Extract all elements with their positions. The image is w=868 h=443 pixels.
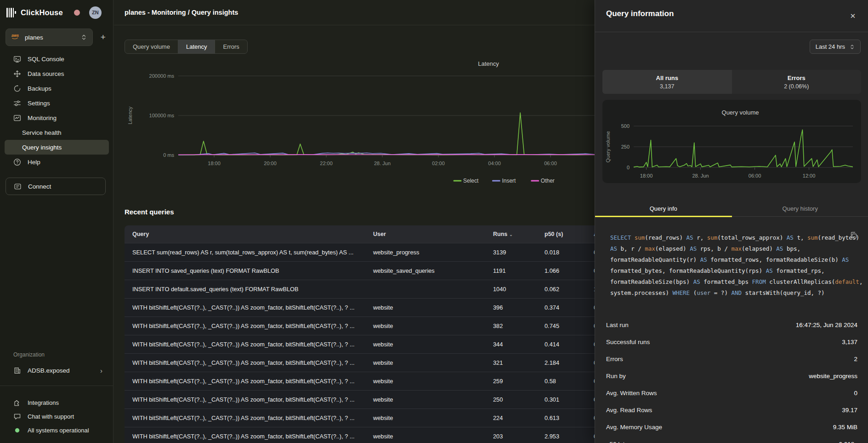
stat-row-p50-latency: p50 latency0.018s [606, 436, 857, 443]
sidebar-item-chat-with-support[interactable]: Chat with support [5, 409, 109, 423]
time-range-select[interactable]: Last 24 hrs [810, 40, 861, 54]
connect-label: Connect [28, 183, 51, 190]
close-icon[interactable]: ✕ [847, 10, 859, 22]
runs-cell: 1040 [485, 280, 537, 298]
runs-cell: 382 [485, 316, 537, 335]
legend-item-insert[interactable]: Insert [493, 178, 516, 184]
sql-line: formatReadableQuantity(r) AS formatted_r… [610, 254, 858, 265]
svg-text:28. Jun: 28. Jun [692, 173, 709, 178]
chevron-updown-icon [81, 34, 87, 40]
user-cell: website_progress [365, 243, 485, 261]
query-text: INSERT INTO default.saved_queries (text)… [125, 280, 365, 298]
p50-cell: 0.414 [537, 335, 586, 353]
stat-value: 0 [854, 390, 857, 397]
runs-cell: 259 [485, 372, 537, 390]
svg-text:Query volume: Query volume [722, 109, 759, 116]
tab-latency[interactable]: Latency [178, 40, 216, 53]
user-cell: website [365, 408, 485, 427]
sidebar-item-label: Query insights [22, 144, 62, 151]
sidebar-item-integrations[interactable]: Integrations [5, 396, 109, 409]
sidebar-divider [0, 385, 113, 386]
svg-text:0: 0 [627, 165, 630, 170]
query-row[interactable]: WITH bitShiftLeft(CAST(?..), _CAST(?..))… [125, 408, 623, 427]
add-service-button[interactable]: + [97, 32, 108, 42]
query-row[interactable]: WITH bitShiftLeft(CAST(?..), _CAST(?..))… [125, 298, 623, 316]
sidebar-footer: IntegrationsChat with supportAll systems… [5, 396, 109, 437]
copy-icon[interactable] [850, 231, 858, 240]
stat-value: 16:47:25, Jun 28 2024 [796, 322, 857, 328]
svg-text:12:00: 12:00 [803, 173, 816, 178]
query-row[interactable]: INSERT INTO saved_queries (text) FORMAT … [125, 261, 623, 280]
query-text: WITH bitShiftLeft(CAST(?..), _CAST(?..))… [125, 427, 365, 443]
sidebar-item-all-systems-operational[interactable]: All systems operational [5, 423, 109, 437]
p50-cell: 0.58 [537, 372, 586, 390]
runs-tabs: All runs 3,137 Errors 2 (0.06%) [602, 70, 861, 94]
sidebar-item-settings[interactable]: Settings [5, 96, 109, 110]
column-header-query: Query [125, 225, 365, 243]
sql-line: SELECT sum(read_rows) AS r, sum(total_ro… [610, 232, 858, 243]
svg-text:250: 250 [621, 144, 630, 150]
sidebar-item-help[interactable]: Help [5, 155, 109, 169]
sql-line: formatted_bytes, formatReadableQuantity(… [610, 265, 858, 276]
sql-code-block: SELECT sum(read_rows) AS r, sum(total_ro… [610, 229, 858, 299]
query-text: WITH bitShiftLeft(CAST(?..), _CAST(?..))… [125, 390, 365, 408]
sidebar-item-sql-console[interactable]: SQL Console [5, 52, 109, 66]
legend-item-select[interactable]: Select [454, 178, 479, 184]
svg-text:06:00: 06:00 [544, 161, 557, 166]
p50-cell: 0.062 [537, 280, 586, 298]
sql-line: system.processes) WHERE (user = ?) AND s… [610, 288, 858, 299]
query-row[interactable]: WITH bitShiftLeft(CAST(?..), _CAST(?..))… [125, 427, 623, 443]
p50-cell: 0.613 [537, 408, 586, 427]
query-row[interactable]: SELECT sum(read_rows) AS r, sum(total_ro… [125, 243, 623, 261]
brand-row: ClickHouse ZN [6, 6, 108, 19]
sidebar-item-data-sources[interactable]: Data sources [5, 66, 109, 81]
query-row[interactable]: WITH bitShiftLeft(CAST(?..), _CAST(?..))… [125, 353, 623, 372]
query-text: WITH bitShiftLeft(CAST(?..), _CAST(?..))… [125, 298, 365, 316]
svg-text:28. Jun: 28. Jun [374, 161, 391, 166]
query-row[interactable]: INSERT INTO default.saved_queries (text)… [125, 280, 623, 298]
runs-cell: 224 [485, 408, 537, 427]
query-row[interactable]: WITH bitShiftLeft(CAST(?..), _CAST(?..))… [125, 390, 623, 408]
sidebar-item-monitoring[interactable]: Monitoring [5, 110, 109, 125]
stat-value: 0.018s [839, 441, 857, 443]
time-range-value: Last 24 hrs [816, 43, 845, 50]
stat-label: Run by [606, 373, 626, 380]
stat-label: Avg. Read Rows [606, 407, 652, 414]
svg-text:18:00: 18:00 [640, 173, 653, 178]
column-header-runs[interactable]: Runs⌄ [485, 225, 537, 243]
monitoring-icon [13, 114, 21, 122]
tab-query-info[interactable]: Query info [595, 201, 732, 216]
tab-errors[interactable]: Errors [215, 40, 247, 53]
stat-row-avg-written-rows: Avg. Written Rows0 [606, 385, 857, 402]
tab-all-runs[interactable]: All runs 3,137 [602, 70, 732, 94]
sidebar-item-backups[interactable]: Backups [5, 81, 109, 96]
recent-queries-heading: Recent queries [125, 208, 174, 216]
runs-cell: 250 [485, 390, 537, 408]
sql-line: AS b, r / max(elapsed) AS rps, b / max(e… [610, 243, 858, 254]
p50-cell: 1.066 [537, 261, 586, 280]
status-green-dot-icon [13, 426, 21, 434]
avatar[interactable]: ZN [89, 6, 102, 19]
query-row[interactable]: WITH bitShiftLeft(CAST(?..), _CAST(?..))… [125, 372, 623, 390]
sidebar-item-query-insights[interactable]: Query insights [5, 140, 109, 155]
chevron-updown-icon [850, 44, 855, 50]
query-text: WITH bitShiftLeft(CAST(?..), _CAST(?..))… [125, 316, 365, 335]
stat-value: 3,137 [842, 339, 857, 345]
sidebar-item-label: Settings [28, 100, 50, 107]
organization-heading: Organization [13, 351, 45, 358]
legend-item-other[interactable]: Other [532, 178, 555, 184]
tab-errors[interactable]: Errors 2 (0.06%) [732, 70, 862, 94]
metric-tabs: Query volumeLatencyErrors [125, 40, 248, 54]
tab-query-volume[interactable]: Query volume [125, 40, 178, 53]
sidebar-item-service-health[interactable]: Service health [5, 125, 109, 140]
runs-cell: 1191 [485, 261, 537, 280]
connect-button[interactable]: Connect [6, 178, 106, 195]
service-selector[interactable]: aws planes [6, 29, 93, 46]
sidebar-item-label: Data sources [28, 70, 64, 77]
organization-item[interactable]: ADSB.exposed › [5, 363, 109, 378]
tab-query-history[interactable]: Query history [732, 201, 868, 216]
query-volume-card: 025050018:0028. Jun06:0012:00Query volum… [602, 100, 861, 183]
query-row[interactable]: WITH bitShiftLeft(CAST(?..), _CAST(?..))… [125, 335, 623, 353]
query-row[interactable]: WITH bitShiftLeft(CAST(?..), _CAST(?..))… [125, 316, 623, 335]
brand-name: ClickHouse [21, 8, 63, 17]
